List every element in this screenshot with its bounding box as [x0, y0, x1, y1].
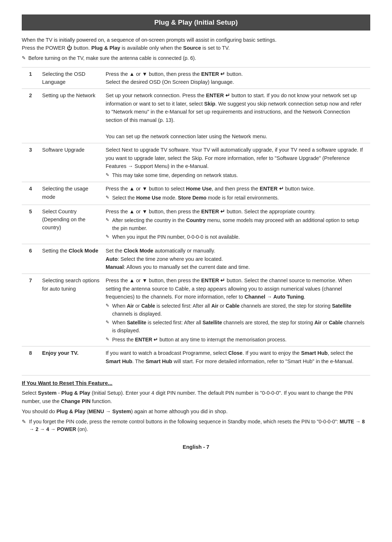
step-number-4: 4: [22, 182, 39, 205]
footer: English - 7: [22, 444, 370, 450]
table-row: 2 Setting up the Network Set up your net…: [22, 89, 370, 143]
steps-table: 1 Selecting the OSD Language Press the ▲…: [22, 67, 370, 368]
step-label-5: Select Country (Depending on the country…: [39, 205, 103, 244]
step-5-note-2: When you input the PIN number, 0-0-0-0 i…: [106, 233, 367, 241]
step-3-note: This may take some time, depending on ne…: [106, 172, 367, 180]
step-label-2: Setting up the Network: [39, 89, 103, 143]
reset-para-2: You should do Plug & Play (MENU → System…: [22, 407, 370, 415]
step-content-8: If you want to watch a broadcast Program…: [103, 346, 370, 368]
step-content-3: Select Next to upgrade TV software. Your…: [103, 143, 370, 182]
table-row: 1 Selecting the OSD Language Press the ▲…: [22, 67, 370, 89]
step-content-4: Press the ▲ or ▼ button to select Home U…: [103, 182, 370, 205]
table-row: 4 Selecting the usage mode Press the ▲ o…: [22, 182, 370, 205]
table-row: 6 Setting the Clock Mode Set the Clock M…: [22, 244, 370, 274]
step-content-2: Set up your network connection. Press th…: [103, 89, 370, 143]
intro-note: Before turning on the TV, make sure the …: [22, 54, 370, 62]
reset-section: If You Want to Reset This Feature... Sel…: [22, 375, 370, 433]
step-content-1: Press the ▲ or ▼ button, then press the …: [103, 67, 370, 89]
step-number-6: 6: [22, 244, 39, 274]
step-number-5: 5: [22, 205, 39, 244]
intro-text-1: When the TV is initially powered on, a s…: [22, 36, 370, 52]
step-label-8: Enjoy your TV.: [39, 346, 103, 368]
step-number-3: 3: [22, 143, 39, 182]
step-content-6: Set the Clock Mode automatically or manu…: [103, 244, 370, 274]
step-4-note: Select the Home Use mode. Store Demo mod…: [106, 194, 367, 202]
step-number-2: 2: [22, 89, 39, 143]
table-row: 3 Software Upgrade Select Next to upgrad…: [22, 143, 370, 182]
step-label-7: Selecting search options for auto tuning: [39, 274, 103, 346]
table-row: 7 Selecting search options for auto tuni…: [22, 274, 370, 346]
table-row: 5 Select Country (Depending on the count…: [22, 205, 370, 244]
step-7-note-3: Press the ENTER ↵ button at any time to …: [106, 336, 367, 344]
step-number-8: 8: [22, 346, 39, 368]
step-number-1: 1: [22, 67, 39, 89]
reset-para-1: Select System - Plug & Play (Initial Set…: [22, 389, 370, 405]
reset-note: If you forget the PIN code, press the re…: [22, 418, 370, 433]
step-content-7: Press the ▲ or ▼ button, then press the …: [103, 274, 370, 346]
step-7-note-1: When Air or Cable is selected first: Aft…: [106, 302, 367, 318]
step-label-6: Setting the Clock Mode: [39, 244, 103, 274]
step-content-5: Press the ▲ or ▼ button, then press the …: [103, 205, 370, 244]
step-label-3: Software Upgrade: [39, 143, 103, 182]
table-row: 8 Enjoy your TV. If you want to watch a …: [22, 346, 370, 368]
step-number-7: 7: [22, 274, 39, 346]
step-5-note-1: After selecting the country in the Count…: [106, 217, 367, 232]
step-label-1: Selecting the OSD Language: [39, 67, 103, 89]
step-label-4: Selecting the usage mode: [39, 182, 103, 205]
page-title: Plug & Play (Initial Setup): [22, 15, 370, 30]
reset-title: If You Want to Reset This Feature...: [22, 380, 370, 386]
step-7-note-2: When Satellite is selected first: After …: [106, 319, 367, 334]
